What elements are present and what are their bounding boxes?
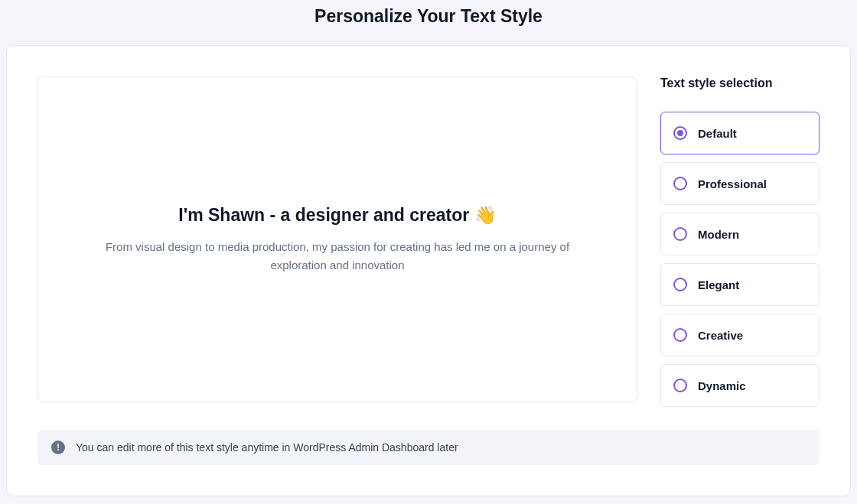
style-option-label: Professional xyxy=(698,177,767,190)
radio-icon xyxy=(673,379,687,392)
page-title: Personalize Your Text Style xyxy=(0,0,857,45)
style-option-label: Elegant xyxy=(698,278,739,291)
radio-icon xyxy=(673,328,687,342)
info-icon: ! xyxy=(51,441,65,454)
content-area: I'm Shawn - a designer and creator 👋 Fro… xyxy=(37,76,820,402)
style-option-creative[interactable]: Creative xyxy=(660,314,820,356)
radio-icon xyxy=(673,177,687,190)
style-option-modern[interactable]: Modern xyxy=(660,213,820,255)
preview-heading: I'm Shawn - a designer and creator 👋 xyxy=(178,205,496,226)
radio-icon xyxy=(673,227,687,241)
radio-icon xyxy=(673,278,687,291)
style-option-label: Creative xyxy=(698,329,743,342)
style-option-professional[interactable]: Professional xyxy=(660,162,820,205)
main-card: I'm Shawn - a designer and creator 👋 Fro… xyxy=(6,45,851,496)
footer-note-text: You can edit more of this text style any… xyxy=(76,441,458,454)
style-option-default[interactable]: Default xyxy=(660,112,820,154)
style-option-label: Modern xyxy=(698,228,739,241)
style-option-label: Dynamic xyxy=(698,379,746,392)
preview-panel: I'm Shawn - a designer and creator 👋 Fro… xyxy=(37,76,637,402)
radio-icon xyxy=(673,126,687,140)
selection-panel: Text style selection Default Professiona… xyxy=(660,76,820,402)
footer-note: ! You can edit more of this text style a… xyxy=(37,430,820,465)
preview-subtext: From visual design to media production, … xyxy=(84,238,591,275)
selection-title: Text style selection xyxy=(660,76,820,90)
style-option-elegant[interactable]: Elegant xyxy=(660,263,820,306)
style-option-label: Default xyxy=(698,127,737,140)
style-option-dynamic[interactable]: Dynamic xyxy=(660,364,820,407)
